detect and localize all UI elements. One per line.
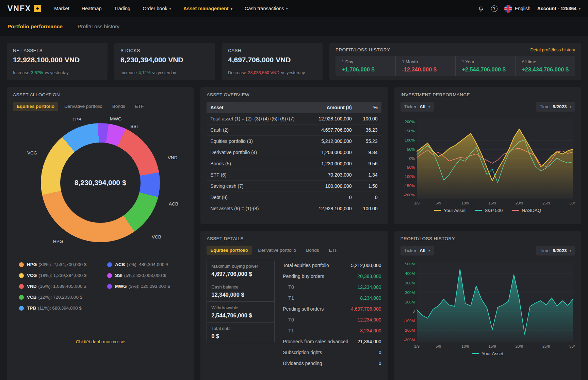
asset-overview-card: ASSET OVERVIEW Asset Amount ($) % Total … [200, 87, 387, 224]
time-select[interactable]: Time 9/2023 ▾ [536, 102, 575, 112]
allocation-legend-item: ACB(7%): 480,304,000 $ [107, 262, 181, 267]
dropdown-label: Time [540, 104, 550, 109]
allocation-detail-link[interactable]: Chi tiết danh mục cơ sở [13, 339, 187, 344]
time-select[interactable]: Time 9/2023 ▾ [536, 246, 575, 255]
allocation-donut-chart: 8,230,394,000 $ TPBMWGSSIVNDACBVCBHPGVCG [13, 117, 187, 250]
svg-text:15/9: 15/9 [488, 201, 496, 205]
logo-text: VNFX [7, 4, 31, 13]
details-right-column: Total equities portfolio5,212,000,000Pen… [283, 260, 381, 369]
tab-portfolio-performance[interactable]: Portfolio performance [7, 23, 63, 30]
chart-legend-your-asset: Your Asset [434, 208, 466, 213]
details-row-label: Total equities portfolio [283, 263, 329, 268]
pl-period-label: All time [522, 59, 569, 64]
legend-amount: (5%): 320,003,000 $ [124, 273, 166, 278]
ticker-select[interactable]: Ticker All ▾ [401, 102, 434, 112]
details-tabs: Equities portfolioDerivative portfolioBo… [207, 246, 381, 255]
logo[interactable]: VNFX + [7, 4, 41, 13]
details-tab-etf[interactable]: ETF [325, 246, 341, 255]
detail-profit-loss-link[interactable]: Detal profit/loss history [530, 47, 575, 52]
details-row-value: 12,234,000 [358, 284, 381, 290]
details-row-label: T0 [283, 284, 294, 290]
notifications-bell-icon[interactable] [477, 5, 484, 12]
chevron-down-icon: ▾ [286, 7, 288, 11]
details-row-total-equities-portfolio: Total equities portfolio5,212,000,000 [283, 260, 381, 271]
legend-dot-icon [19, 306, 24, 311]
details-tab-equities-portfolio[interactable]: Equities portfolio [207, 246, 252, 255]
legend-amount: (16%): 1,039,405,000 $ [38, 284, 86, 289]
details-row-proceeds-from-sales-advanced: Proceeds from sales advanced21,394,000 [283, 336, 381, 347]
svg-text:10/9: 10/9 [461, 344, 469, 348]
pl-period-label: 1 Year [462, 59, 509, 64]
allocation-tab-etf[interactable]: ETF [131, 102, 148, 111]
tab-profit-loss-history[interactable]: Profit/Loss history [78, 23, 119, 30]
card-title: NET ASSETS [13, 48, 101, 53]
nav-item-label: Heatmap [82, 6, 102, 11]
chart-legend-s-p-500: S&P 500 [475, 208, 503, 213]
svg-text:15/9: 15/9 [488, 344, 496, 348]
help-icon[interactable]: ? [491, 5, 497, 12]
svg-text:-150%: -150% [403, 184, 414, 188]
dropdown-value: All [420, 104, 425, 109]
legend-ticker: VCG [27, 273, 37, 278]
legend-dot-icon [19, 284, 24, 289]
svg-text:100M: 100M [405, 300, 415, 304]
svg-text:5/9: 5/9 [436, 344, 441, 348]
allocation-tabs: Equities portfolioDerivative portfolioBo… [13, 102, 187, 111]
details-box-value: 4,697,706,000 $ [211, 271, 270, 277]
overview-cell-value: 70,203,000 [301, 169, 356, 181]
details-box-cash-balance: Cash balance12,340,000 $ [207, 281, 275, 302]
svg-text:-200M: -200M [404, 328, 415, 332]
overview-cell-value: 9.56 [356, 158, 381, 169]
change-direction: Increase [13, 70, 29, 75]
nav-item-trading[interactable]: Trading [114, 6, 131, 11]
pl-period-1-year: 1 Year+2,544,706,000 $ [455, 56, 515, 76]
overview-cell-value: 12,928,100,000 [301, 113, 356, 125]
nav-item-asset-management[interactable]: Asset management▾ [183, 6, 232, 11]
allocation-tab-bonds[interactable]: Bonds [109, 102, 129, 111]
chevron-down-icon: ▾ [570, 105, 571, 109]
pl-period-value: +1,706,000 $ [342, 66, 389, 73]
nav-item-market[interactable]: Market [54, 6, 69, 11]
pl-period-value: +2,544,706,000 $ [462, 66, 509, 73]
svg-text:1/9: 1/9 [414, 344, 420, 348]
overview-row: Cash (2)4,697,706,00036.23 [207, 125, 381, 136]
svg-text:400M: 400M [405, 271, 415, 276]
nav-right: ? English Account - 125364 ▾ [477, 5, 581, 13]
details-row-value: 12,234,000 [358, 317, 381, 323]
language-switcher[interactable]: English [504, 5, 530, 13]
details-row-value: 21,394,000 [358, 339, 381, 344]
table-header: Asset Amount ($) % [207, 102, 381, 113]
overview-cell-value: 100.00 [356, 203, 381, 214]
allocation-tab-derivative-portfolio[interactable]: Derivative portfolio [61, 102, 106, 111]
overview-cell-value: 0 [356, 192, 381, 203]
net-assets-change: Increase 3,67% vs yesterday [13, 70, 101, 75]
donut-label-ssi: SSI [130, 124, 138, 129]
overview-cell-value: 36.23 [356, 125, 381, 136]
legend-dot-icon [107, 273, 112, 278]
svg-text:100%: 100% [405, 138, 414, 142]
details-row-subscription-rights: Subscription rights0 [283, 347, 381, 358]
allocation-tab-equities-portfolio[interactable]: Equities portfolio [13, 102, 58, 111]
ticker-select[interactable]: Ticker All ▾ [401, 246, 434, 255]
nav-item-order-book[interactable]: Order book▾ [143, 6, 171, 11]
details-row-label: T1 [283, 328, 294, 333]
overview-cell-value: 55.23 [356, 136, 381, 147]
legend-amount: (12%): 720,203,000 $ [38, 295, 83, 300]
nav-item-cash-transactions[interactable]: Cash transactions▾ [245, 6, 288, 11]
nav-item-heatmap[interactable]: Heatmap [82, 6, 102, 11]
main-grid: ASSET ALLOCATION Equities portfolioDeriv… [7, 87, 581, 380]
details-tab-derivative-portfolio[interactable]: Derivative portfolio [254, 246, 300, 255]
account-menu[interactable]: Account - 125364 ▾ [537, 6, 581, 11]
details-row-label: Pending buy orders [283, 274, 324, 279]
allocation-legend-item: VCB(12%): 720,203,000 $ [19, 295, 104, 300]
logo-plus-icon: + [34, 5, 41, 12]
change-suffix: vs yesterday [281, 70, 305, 75]
allocation-legend-item: SSI(5%): 320,003,000 $ [107, 273, 181, 278]
change-direction: Decrease [228, 70, 246, 75]
details-row-label: Pending sell orders [283, 306, 324, 312]
legend-line-swatch [512, 210, 519, 211]
donut-label-vcb: VCB [152, 234, 161, 239]
details-tab-bonds[interactable]: Bonds [302, 246, 323, 255]
summary-row: NET ASSETS 12,928,100,000 VND Increase 3… [7, 43, 581, 80]
dropdown-value: 9/2023 [553, 248, 567, 253]
